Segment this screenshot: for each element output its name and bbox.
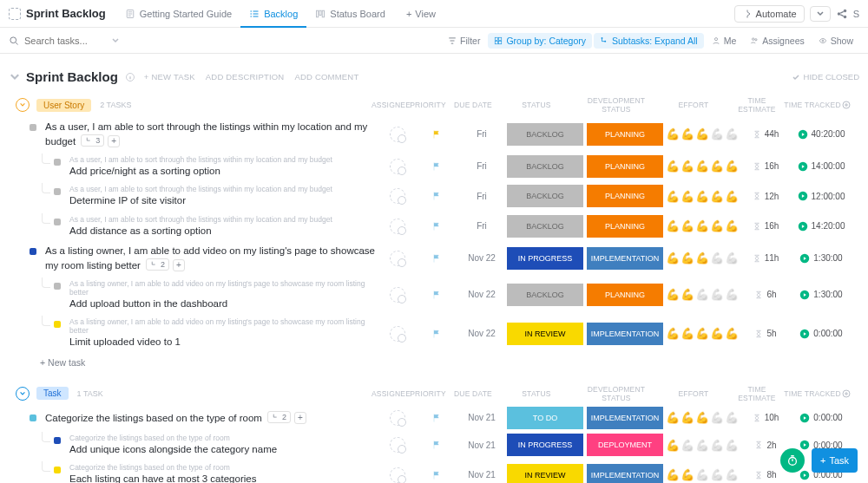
- add-subtask-button[interactable]: +: [294, 412, 306, 424]
- due-date[interactable]: Nov 21: [458, 463, 505, 483]
- task-name[interactable]: Limit uploaded video to 1: [69, 336, 380, 349]
- status-square[interactable]: [54, 321, 61, 328]
- due-date[interactable]: Fri: [458, 122, 505, 147]
- effort-cell[interactable]: 💪💪💪💪💪: [665, 214, 740, 238]
- task-name[interactable]: Add upload button in the dashboard: [69, 297, 380, 311]
- status-square[interactable]: [30, 124, 36, 131]
- group-label[interactable]: Task: [36, 387, 69, 400]
- assignee-placeholder[interactable]: [390, 467, 405, 483]
- time-tracked[interactable]: 0:00:00: [792, 322, 851, 346]
- status-square[interactable]: [54, 437, 61, 444]
- time-estimate[interactable]: 16h: [740, 214, 792, 238]
- effort-cell[interactable]: 💪💪💪💪💪: [665, 322, 740, 346]
- info-icon[interactable]: [125, 72, 135, 82]
- new-task-button[interactable]: + New task: [0, 353, 868, 378]
- time-estimate[interactable]: 16h: [740, 154, 792, 179]
- effort-cell[interactable]: 💪💪💪💪💪: [665, 283, 740, 307]
- time-tracked[interactable]: 1:30:00: [792, 246, 851, 271]
- subtask-count[interactable]: 2: [146, 258, 169, 271]
- task-name[interactable]: As a user, I am able to sort through the…: [45, 121, 380, 148]
- due-date[interactable]: Nov 22: [458, 283, 505, 307]
- time-tracked[interactable]: 14:20:00: [792, 214, 851, 238]
- task-name[interactable]: As a listing owner, I am able to add vid…: [45, 245, 380, 272]
- group-label[interactable]: User Story: [36, 99, 91, 112]
- assignee-placeholder[interactable]: [390, 437, 405, 453]
- time-tracked[interactable]: 12:00:00: [792, 184, 851, 208]
- me-button[interactable]: Me: [706, 33, 743, 49]
- time-tracked[interactable]: 14:00:00: [792, 154, 851, 179]
- effort-cell[interactable]: 💪💪💪💪💪: [665, 154, 740, 179]
- tab-status-board[interactable]: Status Board: [306, 0, 394, 28]
- task-row[interactable]: As a listing owner, I am able to add vid…: [0, 314, 868, 353]
- due-date[interactable]: Fri: [458, 184, 505, 208]
- task-name[interactable]: Add price/night as a sorting option: [69, 165, 380, 179]
- due-date[interactable]: Nov 21: [458, 433, 505, 457]
- assignee-placeholder[interactable]: [390, 410, 405, 426]
- status-square[interactable]: [54, 188, 61, 195]
- assignee-placeholder[interactable]: [390, 159, 405, 174]
- tab-backlog[interactable]: Backlog: [240, 0, 306, 28]
- time-tracked[interactable]: 40:20:00: [792, 122, 851, 147]
- due-date[interactable]: Nov 22: [458, 246, 505, 271]
- dev-status-pill[interactable]: PLANNING: [587, 155, 663, 178]
- add-subtask-button[interactable]: +: [173, 259, 185, 271]
- task-name[interactable]: Add unique icons alongside the category …: [69, 443, 380, 457]
- show-button[interactable]: Show: [812, 33, 859, 49]
- task-name[interactable]: Each listing can have at most 3 categori…: [69, 473, 380, 483]
- filter-button[interactable]: Filter: [442, 33, 486, 49]
- effort-cell[interactable]: 💪💪💪💪💪: [665, 463, 740, 483]
- assignee-placeholder[interactable]: [390, 219, 405, 234]
- dev-status-pill[interactable]: IMPLEMENTATION: [587, 407, 663, 429]
- task-row[interactable]: As a listing owner, I am able to add vid…: [0, 276, 868, 315]
- task-row[interactable]: Categorize the listings based on the typ…: [0, 430, 868, 460]
- dev-status-pill[interactable]: PLANNING: [587, 215, 663, 238]
- add-comment-button[interactable]: ADD COMMENT: [294, 72, 358, 82]
- dev-status-pill[interactable]: PLANNING: [587, 284, 663, 306]
- time-estimate[interactable]: 44h: [740, 122, 792, 147]
- status-pill[interactable]: IN REVIEW: [507, 323, 583, 345]
- task-row[interactable]: As a user, I am able to sort through the…: [0, 212, 868, 242]
- status-square[interactable]: [54, 283, 61, 290]
- task-row[interactable]: Categorize the listings based on the typ…: [0, 406, 868, 430]
- flag-icon[interactable]: [431, 129, 442, 140]
- status-square[interactable]: [54, 467, 61, 473]
- timer-fab[interactable]: [780, 448, 805, 473]
- status-pill[interactable]: IN REVIEW: [507, 464, 583, 483]
- time-estimate[interactable]: 6h: [740, 283, 792, 307]
- assignee-placeholder[interactable]: [390, 127, 405, 142]
- tab-getting-started[interactable]: Getting Started Guide: [116, 0, 240, 28]
- new-task-header-button[interactable]: + NEW TASK: [144, 72, 195, 82]
- automate-chevron[interactable]: [810, 6, 831, 22]
- dev-status-pill[interactable]: PLANNING: [587, 123, 663, 146]
- search-icon[interactable]: [9, 36, 19, 46]
- status-square[interactable]: [30, 248, 36, 255]
- assignees-button[interactable]: Assignees: [744, 33, 810, 49]
- assignee-placeholder[interactable]: [390, 188, 405, 204]
- hide-closed-button[interactable]: HIDE CLOSED: [792, 72, 859, 82]
- flag-icon[interactable]: [431, 440, 442, 450]
- subtasks-button[interactable]: Subtasks: Expand All: [594, 33, 704, 49]
- dev-status-pill[interactable]: IMPLEMENTATION: [587, 464, 663, 483]
- effort-cell[interactable]: 💪💪💪💪💪: [665, 246, 740, 271]
- due-date[interactable]: Fri: [458, 214, 505, 238]
- due-date[interactable]: Nov 21: [458, 406, 505, 430]
- effort-cell[interactable]: 💪💪💪💪💪: [665, 406, 740, 430]
- status-pill[interactable]: BACKLOG: [507, 155, 583, 178]
- effort-cell[interactable]: 💪💪💪💪💪: [665, 184, 740, 208]
- due-date[interactable]: Nov 22: [458, 322, 505, 346]
- time-estimate[interactable]: 5h: [740, 322, 792, 346]
- effort-cell[interactable]: 💪💪💪💪💪: [665, 122, 740, 147]
- status-pill[interactable]: IN PROGRESS: [507, 434, 583, 456]
- status-pill[interactable]: BACKLOG: [507, 185, 583, 207]
- subtask-count[interactable]: 3: [81, 134, 104, 147]
- assignee-placeholder[interactable]: [390, 326, 405, 342]
- time-tracked[interactable]: 0:00:00: [792, 406, 851, 430]
- task-name[interactable]: Categorize the listings based on the typ…: [45, 411, 380, 425]
- dev-status-pill[interactable]: DEPLOYMENT: [587, 434, 663, 456]
- flag-icon[interactable]: [431, 161, 442, 172]
- subtask-count[interactable]: 2: [267, 411, 291, 423]
- status-pill[interactable]: BACKLOG: [507, 123, 583, 146]
- search-input[interactable]: [24, 36, 111, 46]
- assignee-placeholder[interactable]: [390, 251, 405, 266]
- flag-icon[interactable]: [431, 329, 442, 339]
